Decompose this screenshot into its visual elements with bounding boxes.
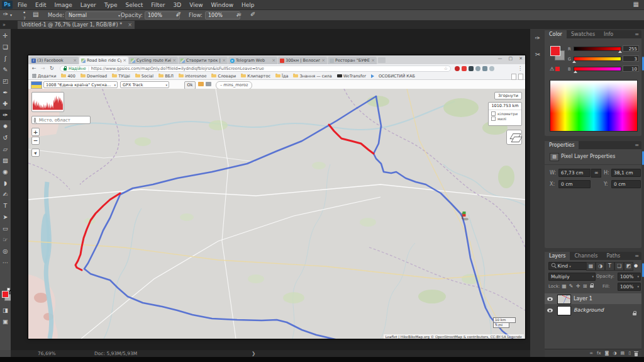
x-field[interactable]: 0 cm: [558, 180, 591, 188]
forward-icon[interactable]: →: [41, 65, 45, 71]
bookmark-folder[interactable]: ВБЛ: [158, 74, 174, 79]
height-field[interactable]: 38,1 cm: [611, 169, 641, 177]
gradient-tool[interactable]: ▨: [0, 155, 11, 166]
map-layers-button[interactable]: [506, 130, 522, 145]
airbrush-icon[interactable]: ≈: [236, 11, 242, 18]
lock-artboard-icon[interactable]: ⊞: [582, 283, 588, 290]
bookmark-folder[interactable]: Знання — сила: [293, 74, 331, 79]
status-expand-icon[interactable]: ❯: [252, 350, 255, 357]
quick-mask-icon[interactable]: ◨: [0, 305, 11, 315]
reload-icon[interactable]: ↻: [50, 65, 54, 71]
map-search-box[interactable]: [31, 116, 91, 124]
document-tab[interactable]: Untitled-1 @ 76,7% (Layer 1, RGB/8#) * ×: [18, 21, 135, 29]
blue-slider-thumb[interactable]: [574, 71, 577, 73]
bookmark-page-icon[interactable]: [511, 74, 516, 80]
pressure-size-icon[interactable]: ✐: [250, 11, 255, 18]
pen-tool[interactable]: ✍: [0, 189, 11, 200]
panel-menu-icon[interactable]: ≡: [635, 252, 639, 260]
tab-properties[interactable]: Properties: [545, 141, 579, 149]
move-tool[interactable]: ✛: [0, 30, 11, 41]
window-close-icon[interactable]: ✕: [519, 56, 523, 61]
layer-opacity-field[interactable]: 100%▾: [618, 273, 641, 281]
opacity-select[interactable]: 100%▾: [145, 11, 180, 20]
zoom-in-button[interactable]: +: [31, 128, 40, 136]
bookmark-folder[interactable]: Словари: [211, 74, 236, 79]
brush-tool[interactable]: ✑: [0, 110, 11, 120]
green-value-field[interactable]: 3: [623, 55, 639, 62]
thumb-extension-icon[interactable]: [482, 66, 487, 71]
tab-layers-layers[interactable]: Layers: [545, 252, 570, 260]
link-layers-icon[interactable]: ∞: [589, 349, 593, 357]
user-chip[interactable]: – mins_moroz: [216, 81, 252, 89]
gray-extension-icon[interactable]: [475, 66, 480, 71]
layer-name[interactable]: Background: [574, 305, 604, 315]
menu-filter[interactable]: Filter: [151, 2, 165, 8]
browser-menu-icon[interactable]: ⋮: [518, 65, 523, 71]
elevation-profile-thumbnail[interactable]: [31, 92, 64, 112]
eyedropper-tool[interactable]: ✒: [0, 87, 11, 98]
menu-type[interactable]: Type: [104, 2, 118, 8]
layer-group-icon[interactable]: ▤: [621, 349, 625, 357]
menu-view[interactable]: View: [189, 2, 203, 8]
eraser-tool[interactable]: ▱: [0, 144, 11, 154]
adjustment-layer-filter-icon[interactable]: ◑: [596, 262, 605, 271]
pen-pressure-icon[interactable]: ✐: [176, 11, 181, 18]
tab-close-icon[interactable]: ×: [321, 58, 325, 63]
blue-slider[interactable]: [574, 67, 621, 71]
type-layer-filter-icon[interactable]: T: [605, 262, 614, 271]
tab-close-icon[interactable]: ×: [123, 58, 126, 63]
marquee-tool[interactable]: ❏: [0, 42, 11, 52]
miles-option[interactable]: милі: [489, 116, 521, 122]
brush-presets-panel-icon[interactable]: ✑: [533, 34, 542, 43]
kilometers-checkbox[interactable]: [491, 111, 496, 116]
route-select[interactable]: 1008 "Єдина країна" Сумска...▾: [43, 81, 118, 88]
workspace-icon[interactable]: ▦: [633, 1, 639, 8]
layer-thumbnail[interactable]: [557, 295, 571, 304]
crop-tool[interactable]: ◰: [0, 76, 11, 86]
bookmark-folder[interactable]: Їда: [275, 74, 288, 79]
menu-3d[interactable]: 3D: [174, 2, 182, 8]
layer-effects-icon[interactable]: fx: [597, 349, 601, 357]
layer-row-background[interactable]: Background: [545, 305, 641, 315]
menu-image[interactable]: Image: [55, 2, 72, 8]
browser-tab[interactable]: Cycling route Київ | 400×: [129, 57, 178, 64]
bookmark-folder[interactable]: Download: [80, 74, 107, 79]
dodge-tool[interactable]: ◗: [0, 178, 11, 188]
tab-color-color[interactable]: Color: [545, 30, 567, 38]
tab-close-icon[interactable]: ×: [172, 58, 176, 63]
shape-layer-filter-icon[interactable]: ❏: [614, 262, 624, 271]
bookmark-star-icon[interactable]: ☆: [444, 66, 448, 71]
toolbar-collapse-icon[interactable]: »: [3, 22, 6, 28]
bookmark-folder[interactable]: 400: [61, 74, 75, 79]
bookmark-folder[interactable]: Social: [135, 74, 153, 79]
search-input[interactable]: [38, 117, 88, 123]
bookmark-cabinet[interactable]: ОСОБИСТИЙ КАБ: [371, 74, 415, 79]
path-selection-tool[interactable]: ➤: [0, 212, 11, 222]
zoom-tool[interactable]: ◎: [0, 246, 11, 256]
pixel-layer-filter-icon[interactable]: ▦: [586, 262, 596, 271]
browser-tab[interactable]: ▸Telegram Web×: [228, 57, 277, 64]
panel-menu-icon[interactable]: ≡: [635, 141, 639, 149]
layer-filter-select[interactable]: Kind ▾: [548, 262, 587, 270]
menu-select[interactable]: Select: [125, 2, 143, 8]
red-slider[interactable]: [574, 47, 621, 51]
bookmark-folder[interactable]: ТУЦві: [112, 74, 130, 79]
blue-value-field[interactable]: 10: [623, 65, 639, 72]
lasso-tool[interactable]: ʃ: [0, 53, 11, 64]
visibility-eye-icon[interactable]: [547, 308, 553, 312]
color-spectrum-ramp[interactable]: [550, 80, 638, 132]
bookmark-folder[interactable]: interesnoe: [179, 74, 206, 79]
menu-edit[interactable]: Edit: [35, 2, 46, 8]
bookmark-apps[interactable]: Додатки: [32, 74, 56, 79]
link-dimensions-icon[interactable]: ∞: [591, 169, 601, 178]
tab-color-info[interactable]: Info: [599, 30, 618, 38]
lock-all-icon[interactable]: [589, 283, 595, 290]
quick-selection-tool[interactable]: ✎: [0, 64, 11, 75]
green-slider-thumb[interactable]: [572, 60, 576, 63]
layer-thumbnail[interactable]: [557, 306, 571, 315]
browser-tab[interactable]: f(3) Facebook×: [30, 57, 79, 64]
layer-mask-icon[interactable]: ◙: [605, 349, 609, 357]
tab-close-icon[interactable]: ×: [371, 58, 375, 63]
back-icon[interactable]: ←: [32, 65, 36, 71]
light-extension-icon[interactable]: [489, 66, 494, 71]
